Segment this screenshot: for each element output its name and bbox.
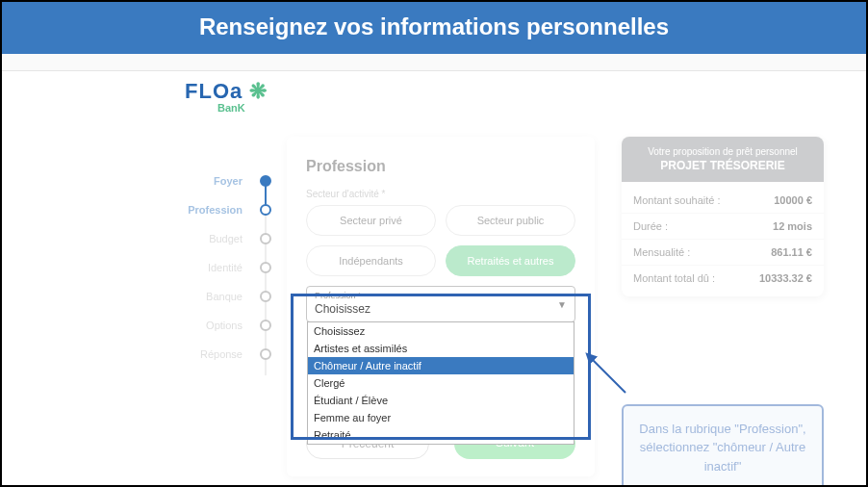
logo-glyph-icon: ❋ [243, 79, 268, 103]
pointer-arrow-icon [585, 352, 633, 404]
sector-label: Secteur d'activité * [306, 189, 575, 199]
step-dot-icon [260, 204, 271, 216]
summary-row: Montant souhaité :10000 € [622, 188, 824, 213]
profession-option[interactable]: Artistes et assimilés [308, 340, 574, 357]
svg-line-0 [591, 358, 625, 393]
profession-option-highlighted[interactable]: Chômeur / Autre inactif [308, 357, 574, 374]
sector-option-independants[interactable]: Indépendants [306, 245, 436, 276]
browser-topbar-placeholder [2, 54, 866, 71]
step-dot-icon [260, 262, 271, 273]
profession-option[interactable]: Choisissez [308, 322, 574, 340]
profession-option[interactable]: Étudiant / Élève [308, 392, 574, 409]
summary-row: Durée :12 mois [622, 213, 824, 239]
logo: FLOa ❋ BanK [2, 71, 866, 117]
sector-option-retraites[interactable]: Retraités et autres [446, 245, 575, 276]
loan-summary: Votre proposition de prêt personnel PROJ… [622, 137, 824, 296]
step-reponse: Réponse [185, 348, 271, 360]
tutorial-slide: Renseignez vos informations personnelles… [0, 0, 868, 487]
profession-field-label: Profession * [315, 291, 362, 300]
sector-option-prive[interactable]: Secteur privé [306, 205, 436, 236]
step-options: Options [185, 320, 271, 331]
step-dot-icon [260, 291, 271, 302]
form-card: Profession Secteur d'activité * Secteur … [287, 137, 595, 476]
summary-row: Mensualité :861.11 € [622, 239, 824, 265]
chevron-down-icon: ▼ [557, 299, 567, 310]
step-profession[interactable]: Profession [185, 204, 271, 216]
profession-option[interactable]: Retraité [308, 426, 574, 444]
section-title: Profession [306, 158, 575, 175]
summary-head-1: Votre proposition de prêt personnel [633, 146, 812, 157]
profession-dropdown: Choisissez Artistes et assimilés Chômeur… [307, 321, 574, 445]
step-dot-icon [260, 233, 271, 244]
summary-head-2: PROJET TRÉSORERIE [633, 159, 812, 172]
summary-row: Montant total dû :10333.32 € [622, 265, 824, 291]
step-dot-icon [260, 320, 271, 331]
sector-option-public[interactable]: Secteur public [446, 205, 575, 236]
logo-text-1: FLOa [185, 79, 243, 103]
step-dot-icon [260, 348, 271, 360]
page-content: Foyer Profession Budget Identité Banque … [2, 117, 866, 487]
slide-title: Renseignez vos informations personnelles [2, 2, 866, 54]
profession-option[interactable]: Femme au foyer [308, 409, 574, 426]
instruction-callout: Dans la rubrique "Profession", sélection… [622, 404, 824, 488]
profession-select[interactable]: Profession * Choisissez ▼ Choisissez Art… [306, 286, 575, 322]
step-identite: Identité [185, 262, 271, 273]
logo-subtext: BanK [217, 102, 866, 114]
profession-option[interactable]: Clergé [308, 374, 574, 392]
step-budget: Budget [185, 233, 271, 244]
step-foyer[interactable]: Foyer [185, 175, 271, 187]
step-banque: Banque [185, 291, 271, 302]
step-dot-icon [260, 175, 271, 187]
stepper: Foyer Profession Budget Identité Banque … [185, 175, 271, 377]
